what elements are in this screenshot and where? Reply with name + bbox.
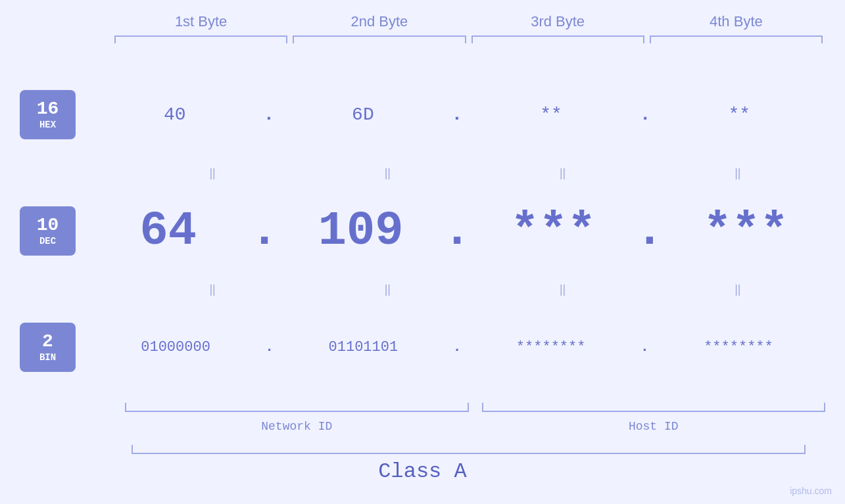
- class-bracket: [132, 445, 806, 454]
- bin-num: 2: [42, 332, 53, 352]
- dec-dot2: .: [443, 204, 471, 258]
- hex-row: 16 HEX 40 . 6D . ** . **: [20, 63, 825, 166]
- eq1-b1: ||: [125, 166, 300, 180]
- class-label: Class A: [378, 459, 466, 484]
- bin-b4-cell: ********: [652, 339, 825, 355]
- bin-row: 2 BIN 01000000 . 01101101 . ******** . *…: [20, 296, 825, 399]
- bin-b2-cell: 01101101: [276, 339, 450, 355]
- dec-dot1: .: [251, 204, 279, 258]
- hex-b4-value: **: [729, 104, 751, 125]
- hex-b4-cell: **: [654, 104, 825, 125]
- byte4-header: 4th Byte: [647, 13, 825, 30]
- dec-num: 10: [37, 216, 59, 236]
- equals-row-1: || || || ||: [125, 166, 825, 179]
- bin-dot2: .: [452, 339, 461, 355]
- dec-dot3: .: [635, 204, 664, 258]
- bin-b2-value: 01101101: [329, 339, 398, 355]
- dec-b2-value: 109: [318, 204, 404, 258]
- bin-dot1: .: [265, 339, 274, 355]
- network-bracket: [125, 403, 469, 412]
- hex-b3-value: **: [540, 104, 562, 125]
- bin-b1-cell: 01000000: [89, 339, 262, 355]
- dec-badge: 10 DEC: [20, 206, 76, 256]
- hex-label: HEX: [39, 120, 56, 130]
- dec-b4-cell: ***: [666, 204, 825, 258]
- hex-b2-value: 6D: [352, 104, 374, 125]
- dec-values: 64 . 109 . *** . ***: [89, 204, 825, 258]
- bin-b4-value: ********: [704, 339, 773, 355]
- bin-dot3: .: [640, 339, 649, 355]
- hex-dot2: .: [452, 104, 463, 125]
- eq1-b4: ||: [650, 166, 825, 180]
- class-row: Class A: [20, 445, 825, 491]
- dec-b1-value: 64: [140, 204, 197, 258]
- hex-b1-value: 40: [164, 104, 186, 125]
- eq2-b4: ||: [650, 283, 825, 296]
- hex-dot3: .: [640, 104, 651, 125]
- bin-values: 01000000 . 01101101 . ******** . *******…: [89, 339, 825, 355]
- watermark: ipshu.com: [790, 486, 832, 496]
- eq2-b3: ||: [475, 283, 650, 296]
- byte2-header: 2nd Byte: [290, 13, 468, 30]
- eq2-b1: ||: [125, 283, 300, 296]
- host-id-label: Host ID: [482, 420, 826, 433]
- bracket-byte2: [293, 35, 466, 43]
- main-container: 1st Byte 2nd Byte 3rd Byte 4th Byte 16 H…: [0, 0, 845, 504]
- bottom-labels-area: Network ID Host ID: [125, 399, 825, 445]
- hex-values: 40 . 6D . ** . **: [89, 104, 825, 125]
- bin-b3-value: ********: [516, 339, 586, 355]
- host-bracket: [482, 403, 826, 412]
- hex-dot1: .: [263, 104, 274, 125]
- byte-headers: 1st Byte 2nd Byte 3rd Byte 4th Byte: [112, 13, 825, 30]
- content-area: 16 HEX 40 . 6D . ** . **: [20, 63, 825, 491]
- bin-b3-cell: ********: [464, 339, 638, 355]
- hex-num: 16: [37, 99, 59, 120]
- dec-row: 10 DEC 64 . 109 . *** . ***: [20, 179, 825, 283]
- bin-badge: 2 BIN: [20, 323, 76, 372]
- dec-label: DEC: [39, 236, 56, 246]
- bracket-byte3: [471, 35, 644, 43]
- hex-b1-cell: 40: [89, 104, 260, 125]
- equals-row-2: || || || ||: [125, 283, 825, 296]
- eq1-b3: ||: [475, 166, 650, 180]
- hex-b3-cell: **: [465, 104, 637, 125]
- bin-label: BIN: [39, 352, 56, 363]
- dec-b1-cell: 64: [89, 204, 248, 258]
- eq2-b2: ||: [300, 283, 475, 296]
- hex-b2-cell: 6D: [277, 104, 448, 125]
- hex-badge: 16 HEX: [20, 90, 76, 139]
- dec-b3-cell: ***: [474, 204, 633, 258]
- dec-b4-value: ***: [703, 204, 788, 258]
- network-id-label: Network ID: [125, 420, 469, 433]
- bracket-byte4: [650, 35, 823, 43]
- bin-b1-value: 01000000: [141, 339, 210, 355]
- dec-b2-cell: 109: [281, 204, 441, 258]
- dec-b3-value: ***: [511, 204, 596, 258]
- top-brackets: [112, 35, 825, 43]
- byte1-header: 1st Byte: [112, 13, 290, 30]
- eq1-b2: ||: [300, 166, 475, 180]
- bracket-byte1: [114, 35, 287, 43]
- byte3-header: 3rd Byte: [469, 13, 647, 30]
